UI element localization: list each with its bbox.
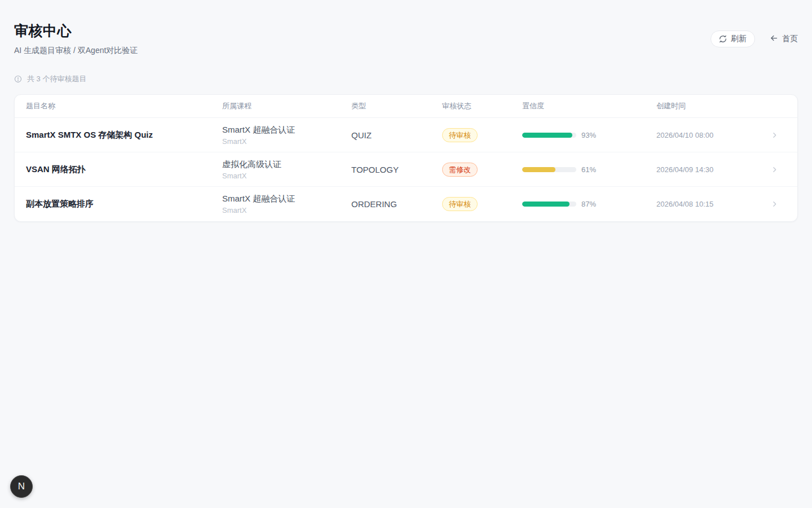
status-cell: 待审核 xyxy=(442,197,522,211)
course-cell: 虚拟化高级认证 SmartX xyxy=(222,159,351,180)
course-cell: SmartX 超融合认证 SmartX xyxy=(222,125,351,146)
confidence-bar-track xyxy=(522,202,576,207)
confidence-value: 93% xyxy=(581,131,596,139)
dev-tools-badge[interactable]: N xyxy=(10,475,33,498)
question-type: TOPOLOGY xyxy=(351,165,442,174)
column-header-course: 所属课程 xyxy=(222,101,351,111)
review-table: 题目名称 所属课程 类型 审核状态 置信度 创建时间 SmartX SMTX O… xyxy=(14,94,798,222)
home-link[interactable]: 首页 xyxy=(770,34,798,44)
chevron-right-icon[interactable] xyxy=(761,132,787,139)
status-badge: 待审核 xyxy=(442,197,478,211)
column-header-title: 题目名称 xyxy=(26,101,222,111)
title-block: 审核中心 AI 生成题目审核 / 双Agent对比验证 xyxy=(14,21,138,56)
confidence-bar-fill xyxy=(522,167,555,172)
table-header-row: 题目名称 所属课程 类型 审核状态 置信度 创建时间 xyxy=(15,95,797,118)
confidence-bar-track xyxy=(522,133,576,138)
header-actions: 刷新 首页 xyxy=(710,30,798,47)
table-row[interactable]: 副本放置策略排序 SmartX 超融合认证 SmartX ORDERING 待审… xyxy=(15,187,797,221)
status-cell: 待审核 xyxy=(442,128,522,142)
refresh-button-label: 刷新 xyxy=(731,34,747,44)
confidence-value: 61% xyxy=(581,165,596,174)
question-title: 副本放置策略排序 xyxy=(26,199,222,209)
confidence-bar-fill xyxy=(522,202,570,207)
home-link-label: 首页 xyxy=(782,34,798,44)
status-badge: 待审核 xyxy=(442,128,478,142)
question-type: ORDERING xyxy=(351,199,442,209)
course-name: SmartX 超融合认证 xyxy=(222,194,351,204)
page-subtitle: AI 生成题目审核 / 双Agent对比验证 xyxy=(14,46,138,56)
confidence-cell: 61% xyxy=(522,165,656,174)
confidence-bar-fill xyxy=(522,133,572,138)
created-time: 2026/04/08 10:15 xyxy=(656,200,761,208)
arrow-left-icon xyxy=(770,34,778,44)
question-type: QUIZ xyxy=(351,130,442,140)
summary-line: 共 3 个待审核题目 xyxy=(0,74,812,84)
course-vendor: SmartX xyxy=(222,206,351,214)
confidence-cell: 93% xyxy=(522,131,656,139)
course-name: SmartX 超融合认证 xyxy=(222,125,351,135)
page-header: 审核中心 AI 生成题目审核 / 双Agent对比验证 刷新 首页 xyxy=(0,0,812,56)
course-vendor: SmartX xyxy=(222,137,351,146)
chevron-right-icon[interactable] xyxy=(761,166,787,173)
table-row[interactable]: VSAN 网络拓扑 虚拟化高级认证 SmartX TOPOLOGY 需修改 61… xyxy=(15,152,797,187)
question-title: VSAN 网络拓扑 xyxy=(26,164,222,175)
confidence-cell: 87% xyxy=(522,200,656,208)
created-time: 2026/04/10 08:00 xyxy=(656,131,761,139)
status-cell: 需修改 xyxy=(442,163,522,177)
column-header-confidence: 置信度 xyxy=(522,101,656,111)
table-body: SmartX SMTX OS 存储架构 Quiz SmartX 超融合认证 Sm… xyxy=(15,118,797,221)
refresh-icon xyxy=(719,35,727,43)
column-header-type: 类型 xyxy=(351,101,442,111)
confidence-value: 87% xyxy=(581,200,596,208)
table-row[interactable]: SmartX SMTX OS 存储架构 Quiz SmartX 超融合认证 Sm… xyxy=(15,118,797,152)
info-circle-icon xyxy=(14,75,22,83)
course-vendor: SmartX xyxy=(222,172,351,180)
course-name: 虚拟化高级认证 xyxy=(222,159,351,170)
summary-text: 共 3 个待审核题目 xyxy=(27,74,86,84)
refresh-button[interactable]: 刷新 xyxy=(710,30,755,47)
created-time: 2026/04/09 14:30 xyxy=(656,165,761,174)
chevron-right-icon[interactable] xyxy=(761,200,787,208)
column-header-status: 审核状态 xyxy=(442,101,522,111)
page-title: 审核中心 xyxy=(14,21,138,40)
column-header-created: 创建时间 xyxy=(656,101,761,111)
confidence-bar-track xyxy=(522,167,576,172)
course-cell: SmartX 超融合认证 SmartX xyxy=(222,194,351,214)
status-badge: 需修改 xyxy=(442,163,478,177)
question-title: SmartX SMTX OS 存储架构 Quiz xyxy=(26,130,222,141)
